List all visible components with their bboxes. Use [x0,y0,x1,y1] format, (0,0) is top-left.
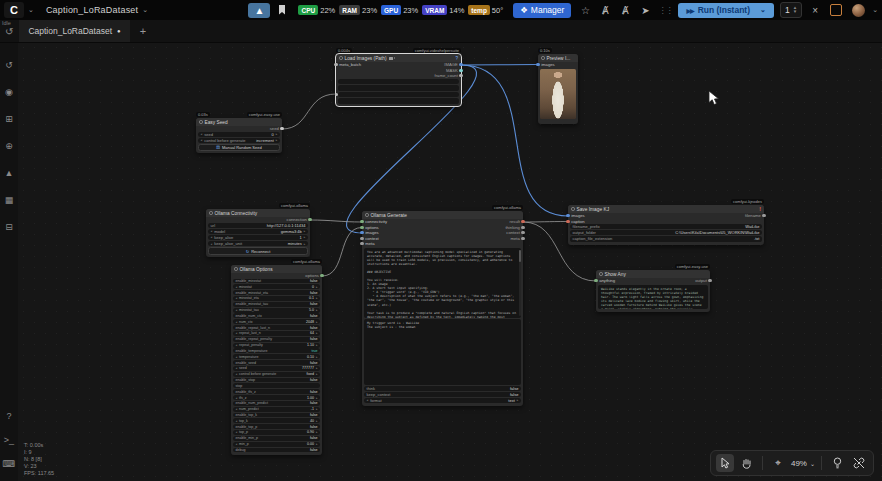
node-ollama-generate[interactable]: comfyui-ollama Ollama Generate connectiv… [362,211,523,406]
clear-queue-button[interactable]: × [807,3,823,18]
input-port[interactable]: connectivity [362,219,387,225]
widget-row[interactable]: debugfalse [233,448,320,453]
node-title[interactable]: Easy Seed [196,118,282,126]
widget-row[interactable]: seed0 [198,132,280,137]
topbar-action-button[interactable]: Ⱥ [617,3,633,18]
widget-row[interactable]: mirostat_eta0.1 [233,296,320,301]
widget-row[interactable]: enable_repeat_penaltyfalse [233,337,320,342]
widget-row[interactable]: top_k40 [233,418,320,423]
collapse-icon[interactable] [339,56,343,60]
input-port[interactable]: caption [568,219,585,225]
widget-row[interactable]: formattext [364,398,521,403]
topbar-action-button[interactable]: ➤ [637,3,653,18]
widget-row[interactable]: control before generateincrement [198,138,280,143]
port-dot[interactable] [360,231,363,234]
widget-row[interactable]: stop [233,383,320,388]
show-any-output-text[interactable]: WaiLike stands elegantly in the ornate r… [598,285,708,309]
widget-row[interactable]: tfs_z1.00 [233,395,320,400]
widget-row[interactable] [338,85,459,90]
widget-row[interactable]: enable_tfs_zfalse [233,389,320,394]
widget-row[interactable]: enable_mirostat_taufalse [233,302,320,307]
collapse-icon[interactable] [209,211,213,215]
user-prompt-textarea[interactable]: My trigger word is : WaiLike The subject… [364,319,521,385]
node-title[interactable]: Ollama Generate [362,211,523,219]
widget-row[interactable]: enable_mirostatfalse [233,279,320,284]
sidebar-icon[interactable]: ? [2,409,16,423]
widget-row[interactable]: enable_temperaturetrue [233,348,320,353]
port-dot[interactable] [566,214,569,217]
sidebar-icon[interactable]: ⌨ [2,457,16,471]
widget-row[interactable]: keep_alive1 [208,235,308,240]
node-title[interactable]: Load Images (Path) ? [336,54,461,62]
node-title[interactable]: Ollama Options [231,265,322,273]
workflow-chevron-icon[interactable]: ⌄ [142,6,148,14]
sidebar-icon[interactable]: ▲ [2,166,16,180]
widget-row[interactable]: temperature0.10 [233,354,320,359]
port-dot[interactable] [360,220,363,223]
collapse-icon[interactable] [199,120,203,124]
avatar[interactable] [852,4,865,17]
input-port[interactable]: images [538,62,578,68]
port-dot[interactable] [459,74,462,77]
topbar-action-button[interactable]: ☆ [577,3,593,18]
batch-count-stepper[interactable]: 1 ▲▼ [780,2,802,18]
reconnect-button[interactable]: ↻ Reconnect [208,247,308,255]
node-show-any[interactable]: comfyui-easy-use Show Any anything outpu… [596,270,710,312]
widget-row[interactable]: control before generatefixed [233,372,320,377]
port-dot[interactable] [521,220,524,223]
widget-row[interactable]: keep_contextfalse [364,392,521,397]
output-port[interactable]: output [695,278,710,284]
widget-row[interactable]: thinkfalse [364,386,521,391]
manager-button[interactable]: ❖ Manager [513,3,571,18]
node-load-images-path[interactable]: 0.004s comfyui-videohelpersuite Load Ima… [336,54,461,106]
port-dot[interactable] [308,218,311,221]
sidebar-icon[interactable]: ⊞ [2,112,16,126]
scrollbar[interactable] [519,250,520,316]
collapse-icon[interactable] [571,207,575,211]
workflow-history-icon[interactable]: ↺ [5,26,13,37]
node-easy-seed[interactable]: 0.03s comfyui-easy-use Easy Seed seed se… [196,118,282,153]
workflow-name[interactable]: Caption_LoRaDataset [46,5,138,15]
input-port[interactable]: anything [596,278,615,284]
toggle-minimap-button[interactable] [828,454,846,472]
widget-row[interactable]: enable_top_kfalse [233,413,320,418]
node-save-image-kj[interactable]: comfyui-kjnodes Save Image KJ ! imagesca… [568,205,764,245]
widget-row[interactable]: enable_top_pfalse [233,424,320,429]
port-dot[interactable] [708,279,711,282]
widget-row[interactable]: top_p0.90 [233,430,320,435]
port-dot[interactable] [320,274,323,277]
drag-handle-icon[interactable]: ⋮⋮ [658,6,672,15]
widget-row[interactable]: filename_prefixWaiLike [570,224,762,229]
widget-row[interactable]: modelgemma3:4b [208,229,308,234]
input-port[interactable]: meta_batch [336,62,361,68]
new-tab-button[interactable]: + [140,25,146,37]
widget-row[interactable] [338,98,459,103]
widget-row[interactable]: min_p0.00 [233,442,320,447]
widget-row[interactable]: enable_mirostat_etafalse [233,290,320,295]
sidebar-icon[interactable]: ⊕ [2,139,16,153]
widget-row[interactable]: keep_alive_unitminutes [208,241,308,246]
port-dot[interactable] [536,63,539,66]
widget-row[interactable]: num_ctx2048 [233,319,320,324]
zoom-control[interactable]: 49% ⌄ [791,459,815,468]
sidebar-icon[interactable]: ⊟ [2,220,16,234]
bookmark-button[interactable] [274,3,290,18]
widget-row[interactable]: mirostat_tau5.0 [233,308,320,313]
port-dot[interactable] [521,226,524,229]
node-help-icon[interactable]: ? [455,56,458,61]
widget-row[interactable]: enable_repeat_last_nfalse [233,325,320,330]
port-dot[interactable] [334,63,337,66]
stepper-arrows-icon[interactable]: ▲▼ [793,6,797,14]
node-title[interactable]: Save Image KJ ! [568,205,764,213]
widget-row[interactable]: seed777777 [233,366,320,371]
node-title[interactable]: Preview I... [538,54,578,62]
logo-menu-chevron-icon[interactable]: ⌄ [28,6,34,14]
widget-row[interactable] [338,79,459,84]
port-dot[interactable] [280,127,283,130]
port-dot[interactable] [762,214,765,217]
workflow-tab[interactable]: Caption_LoRaDataset ● [19,20,129,42]
port-dot[interactable] [360,237,363,240]
output-port[interactable]: meta [505,236,523,242]
port-dot[interactable] [594,279,597,282]
node-ollama-connectivity[interactable]: comfyui-ollama Ollama Connectivity conne… [206,209,310,257]
